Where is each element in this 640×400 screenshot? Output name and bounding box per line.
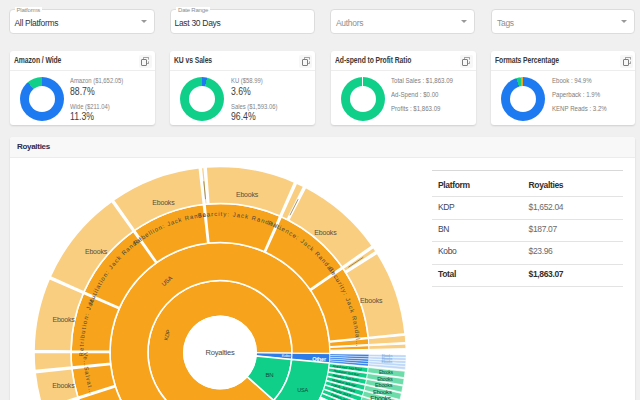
svg-text:USA: USA xyxy=(297,387,308,393)
svg-text:Kobo: Kobo xyxy=(282,353,292,358)
svg-text:Ebooks: Ebooks xyxy=(85,248,108,255)
svg-text:Other: Other xyxy=(312,356,327,362)
svg-text:Ebooks: Ebooks xyxy=(377,376,393,382)
svg-text:Ebooks: Ebooks xyxy=(375,382,393,388)
svg-text:Ebooks: Ebooks xyxy=(370,395,391,400)
svg-text:Ebooks: Ebooks xyxy=(382,360,393,364)
svg-text:Ebooks: Ebooks xyxy=(152,199,175,206)
svg-text:Ebooks: Ebooks xyxy=(314,229,337,236)
svg-text:Royalties: Royalties xyxy=(205,348,234,357)
svg-text:BN: BN xyxy=(266,372,274,378)
svg-text:Ebooks: Ebooks xyxy=(52,382,75,389)
svg-text:Ebooks: Ebooks xyxy=(52,316,75,323)
svg-text:Ebooks: Ebooks xyxy=(360,297,383,304)
svg-text:Ebooks: Ebooks xyxy=(236,191,259,198)
svg-text:Ve…: Ve… xyxy=(82,352,89,366)
svg-text:Ebooks: Ebooks xyxy=(379,370,394,375)
